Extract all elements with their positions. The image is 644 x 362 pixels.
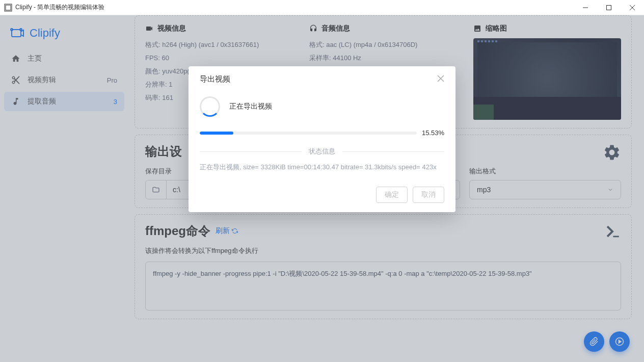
- close-icon: [437, 75, 444, 82]
- minimize-button[interactable]: [574, 0, 597, 15]
- modal-title: 导出视频: [200, 74, 230, 84]
- ok-button[interactable]: 确定: [376, 187, 408, 203]
- window-titlebar: Clipify - 简单流畅的视频编辑体验: [0, 0, 644, 15]
- maximize-button[interactable]: [597, 0, 621, 15]
- close-button[interactable]: [621, 0, 644, 15]
- modal-close-button[interactable]: [437, 75, 444, 84]
- export-status-text: 正在导出视频: [229, 102, 272, 111]
- loading-spinner: [200, 96, 220, 117]
- svg-rect-3: [607, 5, 611, 10]
- status-divider: 状态信息: [200, 147, 444, 156]
- progress-bar: [200, 132, 417, 135]
- export-modal: 导出视频 正在导出视频 15.53% 状态信息 正在导出视频, size= 33…: [189, 66, 455, 212]
- window-title: Clipify - 简单流畅的视频编辑体验: [15, 3, 104, 12]
- window-controls: [574, 0, 644, 15]
- svg-rect-1: [6, 5, 11, 10]
- cancel-button[interactable]: 取消: [413, 187, 444, 203]
- app-window-icon: [4, 4, 12, 12]
- status-detail: 正在导出视频, size= 3328KiB time=00:14:30.47 b…: [200, 162, 444, 172]
- modal-overlay[interactable]: 导出视频 正在导出视频 15.53% 状态信息 正在导出视频, size= 33…: [0, 15, 644, 362]
- progress-fill: [200, 132, 233, 135]
- progress-percent: 15.53%: [422, 129, 444, 137]
